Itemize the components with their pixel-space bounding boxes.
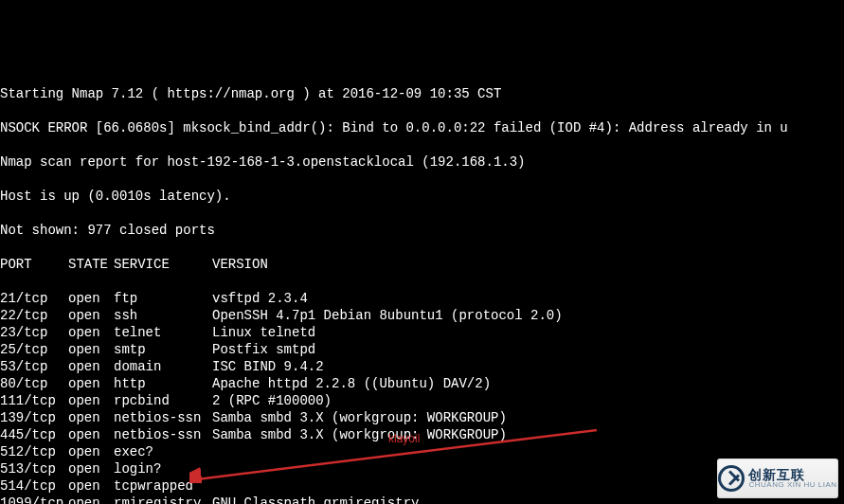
watermark-cn-text: 创新互联 [748,468,836,481]
table-row: 21/tcpopenftpvsftpd 2.3.4 [0,290,844,307]
state-cell: open [68,358,114,375]
state-cell: open [68,324,114,341]
table-row: 512/tcpopenexec? [0,443,844,460]
table-row: 25/tcpopensmtpPostfix smtpd [0,341,844,358]
port-cell: 23/tcp [0,324,68,341]
state-cell: open [68,426,114,443]
columns-header: PORTSTATESERVICEVERSION [0,256,844,273]
table-row: 111/tcpopenrpcbind2 (RPC #100000) [0,392,844,409]
port-cell: 514/tcp [0,477,68,495]
service-cell: rpcbind [114,392,212,409]
service-cell: ftp [114,290,212,307]
port-cell: 513/tcp [0,460,68,477]
scan-report-line: Nmap scan report for host-192-168-1-3.op… [0,153,844,171]
port-cell: 80/tcp [0,375,68,392]
host-up-line: Host is up (0.0010s latency). [0,188,844,205]
col-version-header: VERSION [212,256,268,273]
service-cell: ssh [114,307,212,324]
col-port-header: PORT [0,256,68,273]
state-cell: open [68,375,114,392]
state-cell: open [68,460,114,477]
version-cell: GNU Classpath grmiregistry [212,495,419,504]
version-cell: OpenSSH 4.7p1 Debian 8ubuntu1 (protocol … [212,307,563,324]
table-row: 139/tcpopennetbios-ssnSamba smbd 3.X (wo… [0,409,844,426]
port-cell: 1099/tcp [0,495,68,504]
service-cell: telnet [114,324,212,341]
table-row: 53/tcpopendomainISC BIND 9.4.2 [0,358,844,375]
watermark-mark-icon [718,465,745,492]
port-cell: 139/tcp [0,409,68,426]
state-cell: open [68,290,114,307]
state-cell: open [68,409,114,426]
service-cell: smtp [114,341,212,358]
service-cell: exec? [114,443,212,460]
col-state-header: STATE [68,256,114,273]
version-cell: vsftpd 2.3.4 [212,290,308,307]
service-cell: rmiregistry [114,495,212,504]
state-cell: open [68,341,114,358]
port-cell: 445/tcp [0,426,68,443]
port-cell: 25/tcp [0,341,68,358]
table-row: 80/tcpopenhttpApache httpd 2.2.8 ((Ubunt… [0,375,844,392]
port-cell: 22/tcp [0,307,68,324]
state-cell: open [68,477,114,495]
version-cell: 2 (RPC #100000) [212,392,332,409]
nmap-start-line: Starting Nmap 7.12 ( https://nmap.org ) … [0,85,844,102]
port-cell: 512/tcp [0,443,68,460]
service-cell: netbios-ssn [114,426,212,443]
version-cell: Samba smbd 3.X (workgroup: WORKGROUP) [212,426,507,443]
service-cell: netbios-ssn [114,409,212,426]
port-cell: 21/tcp [0,290,68,307]
service-cell: domain [114,358,212,375]
port-cell: 53/tcp [0,358,68,375]
state-cell: open [68,392,114,409]
service-cell: tcpwrapped [114,477,212,495]
version-cell: Linux telnetd [212,324,315,341]
version-cell: ISC BIND 9.4.2 [212,358,324,375]
col-service-header: SERVICE [114,256,212,273]
version-cell: Postfix smtpd [212,341,315,358]
service-cell: http [114,375,212,392]
table-row: 445/tcpopennetbios-ssnSamba smbd 3.X (wo… [0,426,844,443]
version-cell: Apache httpd 2.2.8 ((Ubuntu) DAV/2) [212,375,491,392]
version-cell: Samba smbd 3.X (workgroup: WORKGROUP) [212,409,507,426]
service-cell: login? [114,460,212,477]
watermark-en-text: CHUANG XIN HU LIAN [748,481,836,489]
watermark-logo: 创新互联 CHUANG XIN HU LIAN [717,459,838,498]
state-cell: open [68,443,114,460]
not-shown-line: Not shown: 977 closed ports [0,222,844,239]
table-row: 23/tcpopentelnetLinux telnetd [0,324,844,341]
terminal-output: Starting Nmap 7.12 ( https://nmap.org ) … [0,68,844,504]
state-cell: open [68,307,114,324]
port-cell: 111/tcp [0,392,68,409]
nsock-error-line: NSOCK ERROR [66.0680s] mksock_bind_addr(… [0,119,844,136]
state-cell: open [68,495,114,504]
table-row: 22/tcpopensshOpenSSH 4.7p1 Debian 8ubunt… [0,307,844,324]
